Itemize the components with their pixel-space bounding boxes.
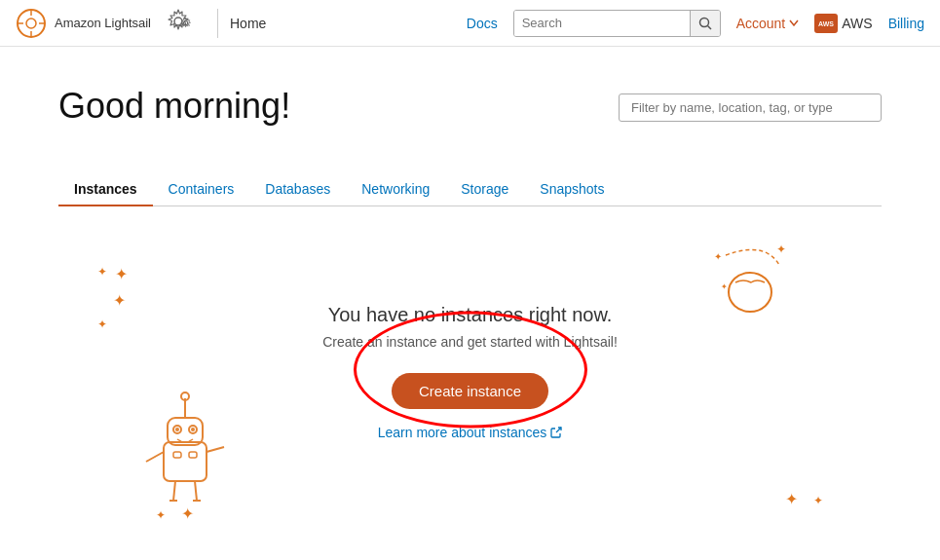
svg-point-8 — [699, 18, 708, 26]
svg-point-19 — [191, 428, 195, 431]
svg-rect-12 — [164, 442, 207, 481]
highlight-circle — [354, 312, 587, 429]
svg-point-28 — [729, 273, 771, 312]
tabs-bar: Instances Containers Databases Networkin… — [58, 173, 882, 206]
stars-decoration-left: ✦ ✦ ✦ ✦ — [97, 265, 128, 331]
create-instance-button[interactable]: Create instance — [392, 373, 548, 409]
star-icon: ✦ — [181, 505, 194, 522]
star-icon: ✦ — [97, 317, 107, 331]
svg-rect-13 — [168, 418, 203, 445]
planet-illustration: ✦ ✦ ✦ — [706, 236, 794, 323]
star-icon: ✦ — [813, 494, 823, 507]
robot-icon — [136, 389, 234, 515]
star-icon: ✦ — [115, 265, 128, 283]
docs-link[interactable]: Docs — [467, 16, 498, 31]
planet-icon: ✦ ✦ ✦ — [706, 236, 794, 323]
chevron-down-icon — [789, 19, 799, 26]
logo-text: Amazon Lightsail — [55, 16, 151, 30]
tab-storage[interactable]: Storage — [445, 173, 524, 206]
search-box — [513, 10, 721, 37]
svg-text:✦: ✦ — [714, 251, 722, 262]
star-icon: ✦ — [785, 491, 798, 507]
svg-line-23 — [195, 481, 197, 501]
search-input[interactable] — [514, 11, 690, 36]
search-icon — [698, 17, 712, 30]
svg-line-32 — [556, 428, 561, 432]
star-icon: ✦ — [113, 292, 126, 309]
learn-more-link[interactable]: Learn more about instances — [378, 425, 563, 440]
stars-bottom-left: ✦ ✦ — [156, 504, 194, 523]
tab-containers[interactable]: Containers — [153, 173, 250, 206]
svg-line-21 — [207, 447, 224, 452]
search-button[interactable] — [690, 11, 720, 36]
tab-instances[interactable]: Instances — [58, 173, 153, 206]
star-icon: ✦ — [156, 508, 166, 522]
tab-databases[interactable]: Databases — [249, 173, 346, 206]
svg-point-18 — [175, 428, 179, 431]
instances-empty-state: ✦ ✦ ✦ ✦ — [58, 206, 882, 538]
greeting-heading: Good morning! — [58, 86, 290, 127]
svg-line-9 — [707, 25, 711, 29]
aws-button[interactable]: AWS AWS — [814, 14, 872, 33]
svg-line-22 — [173, 481, 175, 501]
svg-rect-27 — [189, 452, 197, 458]
billing-link[interactable]: Billing — [888, 16, 924, 31]
robot-illustration — [136, 389, 234, 518]
svg-point-1 — [26, 19, 36, 28]
svg-line-20 — [146, 452, 164, 462]
lightsail-logo-icon — [16, 8, 47, 39]
learn-more-label: Learn more about instances — [378, 425, 547, 440]
empty-state-subtitle: Create an instance and get started with … — [322, 334, 618, 350]
home-label: Home — [230, 16, 266, 31]
tab-snapshots[interactable]: Snapshots — [524, 173, 620, 206]
header-nav: Docs Account AWS AWS — [467, 10, 924, 37]
tab-networking[interactable]: Networking — [346, 173, 445, 206]
main-content: Good morning! Instances Containers Datab… — [0, 47, 940, 560]
star-icon: ✦ — [97, 265, 107, 283]
svg-point-6 — [174, 18, 182, 25]
external-link-icon — [550, 427, 562, 438]
account-button[interactable]: Account — [736, 16, 800, 31]
stars-decoration-right-bottom: ✦ ✦ — [785, 490, 823, 508]
filter-input[interactable] — [619, 93, 882, 122]
gear-icon — [163, 8, 198, 35]
logo-area: Amazon Lightsail — [16, 8, 151, 39]
account-label: Account — [736, 16, 786, 31]
svg-text:AWS: AWS — [818, 20, 834, 27]
header-divider — [217, 9, 218, 38]
aws-icon: AWS — [814, 14, 838, 33]
svg-rect-26 — [173, 452, 181, 458]
settings-icon-area[interactable] — [163, 8, 198, 38]
svg-text:✦: ✦ — [721, 282, 728, 291]
empty-state-title: You have no instances right now. — [328, 304, 613, 326]
app-header: Amazon Lightsail Home Docs — [0, 0, 940, 47]
aws-label: AWS — [842, 16, 872, 31]
svg-text:✦: ✦ — [776, 243, 786, 256]
